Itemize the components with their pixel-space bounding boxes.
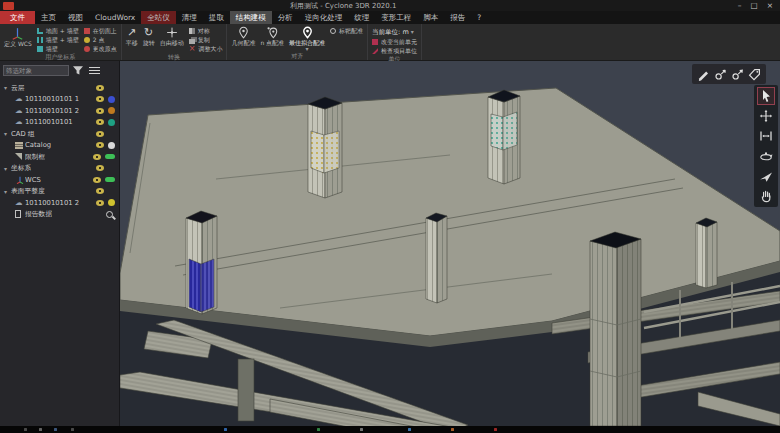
yellow-dot-scan-region[interactable] <box>311 131 324 173</box>
tree-item-limit-box[interactable]: 限制框 <box>0 151 119 163</box>
taskbar-icon[interactable] <box>71 428 74 431</box>
taskbar-icon[interactable] <box>224 428 227 431</box>
tree-group-coordinate-systems[interactable]: ▾ 坐标系 <box>0 163 119 175</box>
current-units-value[interactable]: m <box>402 28 408 36</box>
teal-dot-scan-region[interactable] <box>491 114 503 150</box>
visibility-eye-icon[interactable] <box>96 142 104 148</box>
visibility-eye-icon[interactable] <box>96 165 104 171</box>
visibility-eye-icon[interactable] <box>93 177 101 183</box>
tab-cloudworx[interactable]: CloudWorx <box>89 11 141 24</box>
filter-funnel-icon[interactable] <box>72 65 84 76</box>
tree-item-flatness-cloud[interactable]: ☁ 10110010101 2 <box>0 197 119 209</box>
tree-group-cad[interactable]: ▾ CAD 组 <box>0 128 119 140</box>
tab-help[interactable]: ? <box>471 11 487 24</box>
tab-analyze[interactable]: 分析 <box>272 11 299 24</box>
maximize-button[interactable]: □ <box>751 0 758 11</box>
3d-viewport[interactable] <box>120 61 780 426</box>
rotate-button[interactable]: ↻ 旋转 <box>143 25 155 46</box>
tree-item-cloud-2[interactable]: ☁ 10110010101 2 <box>0 105 119 117</box>
taskbar-icon[interactable] <box>451 428 454 431</box>
ucs-wall-button[interactable]: 墙壁 <box>37 45 79 53</box>
resize-button[interactable]: ×调整大小 <box>189 45 223 53</box>
target-registration-button[interactable]: 标靶配准 <box>330 27 363 35</box>
scan-stripe-region[interactable] <box>189 259 201 312</box>
minimize-button[interactable]: – <box>738 0 742 11</box>
ucs-on-section-button[interactable]: 在切面上 <box>84 27 117 35</box>
check-project-units-button[interactable]: 检查项目单位 <box>372 47 417 55</box>
geometric-registration-button[interactable]: 几何配准 <box>231 25 255 46</box>
ucs-ground-wall-button[interactable]: 地面 + 墙壁 <box>37 27 79 35</box>
color-swatch[interactable] <box>108 119 115 126</box>
toggle-on-icon[interactable] <box>105 177 115 182</box>
best-fit-registration-button[interactable]: 最佳拟合配准 ▾ <box>289 25 325 52</box>
app-icon[interactable] <box>3 2 14 10</box>
toggle-on-icon[interactable] <box>105 154 115 159</box>
taskbar-icon[interactable] <box>39 428 42 431</box>
filter-objects-input[interactable] <box>3 65 69 76</box>
orbit-tool[interactable] <box>757 147 775 165</box>
taskbar-icon[interactable] <box>24 428 27 431</box>
collapse-caret-icon[interactable]: ▾ <box>4 165 11 172</box>
tab-deformation[interactable]: 变形工程 <box>375 11 417 24</box>
tab-total-station[interactable]: 全站仪 <box>141 11 176 24</box>
grab-hand-tool[interactable] <box>757 187 775 205</box>
pan-move-tool[interactable] <box>757 107 775 125</box>
taskbar-icon[interactable] <box>408 428 411 431</box>
collapse-caret-icon[interactable]: ▾ <box>4 188 11 195</box>
visibility-eye-icon[interactable] <box>96 188 104 194</box>
fly-tool[interactable] <box>757 167 775 185</box>
visibility-eye-icon[interactable] <box>96 119 104 125</box>
measure-distance-icon[interactable] <box>697 68 710 81</box>
measure-angle-icon[interactable] <box>714 68 727 81</box>
tab-script[interactable]: 脚本 <box>417 11 444 24</box>
translate-button[interactable]: ↗ 平移 <box>126 25 138 46</box>
select-tool[interactable] <box>757 87 775 105</box>
tab-report[interactable]: 报告 <box>444 11 471 24</box>
visibility-eye-icon[interactable] <box>96 85 104 91</box>
tab-view[interactable]: 视图 <box>62 11 89 24</box>
tree-item-cloud-1[interactable]: ☁ 10110010101 1 <box>0 94 119 106</box>
tree-group-surface-flatness[interactable]: ▾ 表面平整度 <box>0 186 119 198</box>
tree-item-catalog[interactable]: Catalog <box>0 140 119 152</box>
free-move-button[interactable]: 自由移动 <box>160 25 184 46</box>
measure-radius-icon[interactable] <box>731 68 744 81</box>
taskbar-icon[interactable] <box>317 428 320 431</box>
ucs-wall-wall-button[interactable]: 墙壁 + 墙壁 <box>37 36 79 44</box>
tab-texture[interactable]: 纹理 <box>348 11 375 24</box>
taskbar-icon[interactable] <box>360 428 363 431</box>
change-current-unit-button[interactable]: 改变当前单元 <box>372 38 417 46</box>
ucs-two-point-button[interactable]: 2 点 <box>84 36 117 44</box>
tree-item-cloud-3[interactable]: ☁ 10110010101 <box>0 117 119 129</box>
tree-item-wcs[interactable]: WCS <box>0 174 119 186</box>
collapse-caret-icon[interactable]: ▾ <box>4 84 11 91</box>
ucs-change-origin-button[interactable]: 更改原点 <box>84 45 117 53</box>
visibility-eye-icon[interactable] <box>93 154 101 160</box>
taskbar-icon[interactable] <box>54 428 57 431</box>
taskbar-icon[interactable] <box>494 428 497 431</box>
tab-extract[interactable]: 提取 <box>203 11 230 24</box>
visibility-eye-icon[interactable] <box>96 131 104 137</box>
units-dropdown-icon[interactable]: ▾ <box>411 28 414 35</box>
magnifier-icon[interactable] <box>106 211 113 218</box>
collapse-caret-icon[interactable]: ▾ <box>4 130 11 137</box>
visibility-eye-icon[interactable] <box>96 96 104 102</box>
tree-item-report-data[interactable]: 报告数据 <box>0 209 119 221</box>
label-tag-icon[interactable] <box>748 68 761 81</box>
fit-width-tool[interactable] <box>757 127 775 145</box>
tree-group-clouds[interactable]: ▾ 云层 <box>0 82 119 94</box>
tab-clean[interactable]: 清理 <box>176 11 203 24</box>
n-point-registration-button[interactable]: n 点配准 <box>260 25 284 46</box>
duplicate-button[interactable]: 复制 <box>189 36 223 44</box>
visibility-eye-icon[interactable] <box>96 108 104 114</box>
close-button[interactable]: × <box>767 0 773 11</box>
tree-menu-icon[interactable] <box>89 67 100 75</box>
tab-reverse-engineering[interactable]: 逆向化处理 <box>299 11 349 24</box>
visibility-eye-icon[interactable] <box>96 200 104 206</box>
tab-file[interactable]: 文件 <box>0 11 35 24</box>
tab-structure-modeling[interactable]: 结构建模 <box>230 11 272 24</box>
color-swatch[interactable] <box>108 96 115 103</box>
tab-home[interactable]: 主页 <box>35 11 62 24</box>
3d-scene[interactable] <box>120 61 780 426</box>
mirror-button[interactable]: 对称 <box>189 27 223 35</box>
color-swatch[interactable] <box>108 199 115 206</box>
